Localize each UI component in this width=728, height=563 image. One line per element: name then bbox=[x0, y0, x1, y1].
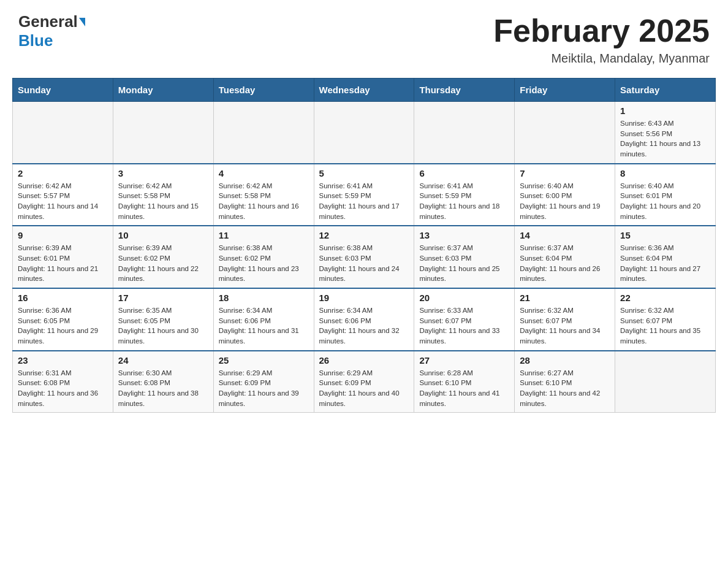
day-number: 1 bbox=[620, 105, 710, 116]
day-info: Sunrise: 6:42 AM Sunset: 5:58 PM Dayligh… bbox=[118, 181, 208, 222]
day-number: 19 bbox=[319, 293, 409, 303]
day-number: 21 bbox=[520, 293, 610, 303]
day-info: Sunrise: 6:39 AM Sunset: 6:02 PM Dayligh… bbox=[118, 243, 208, 284]
day-number: 23 bbox=[18, 355, 108, 366]
table-row: 15Sunrise: 6:36 AM Sunset: 6:04 PM Dayli… bbox=[615, 226, 716, 288]
day-info: Sunrise: 6:39 AM Sunset: 6:01 PM Dayligh… bbox=[18, 243, 108, 284]
col-tuesday: Tuesday bbox=[213, 79, 314, 102]
location: Meiktila, Mandalay, Myanmar bbox=[493, 52, 710, 66]
day-info: Sunrise: 6:30 AM Sunset: 6:08 PM Dayligh… bbox=[118, 368, 208, 409]
table-row bbox=[615, 351, 716, 413]
table-row: 12Sunrise: 6:38 AM Sunset: 6:03 PM Dayli… bbox=[314, 226, 414, 288]
calendar-week-row: 9Sunrise: 6:39 AM Sunset: 6:01 PM Daylig… bbox=[13, 226, 716, 288]
table-row: 7Sunrise: 6:40 AM Sunset: 6:00 PM Daylig… bbox=[515, 164, 615, 226]
day-number: 15 bbox=[620, 230, 710, 240]
table-row: 4Sunrise: 6:42 AM Sunset: 5:58 PM Daylig… bbox=[213, 164, 314, 226]
table-row: 28Sunrise: 6:27 AM Sunset: 6:10 PM Dayli… bbox=[515, 351, 615, 413]
day-number: 28 bbox=[520, 355, 610, 366]
day-number: 17 bbox=[118, 293, 208, 303]
day-info: Sunrise: 6:37 AM Sunset: 6:04 PM Dayligh… bbox=[520, 243, 610, 284]
day-number: 6 bbox=[419, 168, 509, 178]
table-row bbox=[515, 102, 615, 164]
table-row: 5Sunrise: 6:41 AM Sunset: 5:59 PM Daylig… bbox=[314, 164, 414, 226]
day-number: 11 bbox=[219, 230, 309, 240]
page-header: General Blue February 2025 Meiktila, Man… bbox=[0, 0, 728, 72]
table-row bbox=[314, 102, 414, 164]
day-number: 7 bbox=[520, 168, 610, 178]
table-row: 1Sunrise: 6:43 AM Sunset: 5:56 PM Daylig… bbox=[615, 102, 716, 164]
day-number: 4 bbox=[219, 168, 309, 178]
logo: General Blue bbox=[18, 12, 85, 50]
col-wednesday: Wednesday bbox=[314, 79, 414, 102]
day-info: Sunrise: 6:31 AM Sunset: 6:08 PM Dayligh… bbox=[18, 368, 108, 409]
day-number: 26 bbox=[319, 355, 409, 366]
table-row bbox=[13, 102, 113, 164]
day-info: Sunrise: 6:43 AM Sunset: 5:56 PM Dayligh… bbox=[620, 118, 710, 159]
day-number: 18 bbox=[219, 293, 309, 303]
title-section: February 2025 Meiktila, Mandalay, Myanma… bbox=[493, 12, 710, 66]
table-row: 19Sunrise: 6:34 AM Sunset: 6:06 PM Dayli… bbox=[314, 288, 414, 351]
day-info: Sunrise: 6:41 AM Sunset: 5:59 PM Dayligh… bbox=[419, 181, 509, 222]
day-info: Sunrise: 6:32 AM Sunset: 6:07 PM Dayligh… bbox=[520, 305, 610, 347]
day-info: Sunrise: 6:38 AM Sunset: 6:03 PM Dayligh… bbox=[319, 243, 409, 284]
col-sunday: Sunday bbox=[13, 79, 113, 102]
table-row bbox=[414, 102, 515, 164]
logo-triangle-icon bbox=[79, 18, 85, 26]
table-row: 16Sunrise: 6:36 AM Sunset: 6:05 PM Dayli… bbox=[13, 288, 113, 351]
table-row: 27Sunrise: 6:28 AM Sunset: 6:10 PM Dayli… bbox=[414, 351, 515, 413]
table-row: 13Sunrise: 6:37 AM Sunset: 6:03 PM Dayli… bbox=[414, 226, 515, 288]
day-number: 2 bbox=[18, 168, 108, 178]
day-info: Sunrise: 6:34 AM Sunset: 6:06 PM Dayligh… bbox=[219, 305, 309, 347]
day-number: 25 bbox=[219, 355, 309, 366]
calendar-week-row: 1Sunrise: 6:43 AM Sunset: 5:56 PM Daylig… bbox=[13, 102, 716, 164]
day-number: 8 bbox=[620, 168, 710, 178]
day-info: Sunrise: 6:40 AM Sunset: 6:00 PM Dayligh… bbox=[520, 181, 610, 222]
table-row: 2Sunrise: 6:42 AM Sunset: 5:57 PM Daylig… bbox=[13, 164, 113, 226]
day-number: 9 bbox=[18, 230, 108, 240]
table-row: 6Sunrise: 6:41 AM Sunset: 5:59 PM Daylig… bbox=[414, 164, 515, 226]
day-number: 10 bbox=[118, 230, 208, 240]
table-row: 25Sunrise: 6:29 AM Sunset: 6:09 PM Dayli… bbox=[213, 351, 314, 413]
table-row: 3Sunrise: 6:42 AM Sunset: 5:58 PM Daylig… bbox=[113, 164, 213, 226]
col-monday: Monday bbox=[113, 79, 213, 102]
logo-blue: Blue bbox=[18, 31, 53, 50]
day-info: Sunrise: 6:41 AM Sunset: 5:59 PM Dayligh… bbox=[319, 181, 409, 222]
col-saturday: Saturday bbox=[615, 79, 716, 102]
table-row: 26Sunrise: 6:29 AM Sunset: 6:09 PM Dayli… bbox=[314, 351, 414, 413]
table-row: 9Sunrise: 6:39 AM Sunset: 6:01 PM Daylig… bbox=[13, 226, 113, 288]
day-number: 12 bbox=[319, 230, 409, 240]
calendar-week-row: 2Sunrise: 6:42 AM Sunset: 5:57 PM Daylig… bbox=[13, 164, 716, 226]
day-info: Sunrise: 6:28 AM Sunset: 6:10 PM Dayligh… bbox=[419, 368, 509, 409]
table-row: 14Sunrise: 6:37 AM Sunset: 6:04 PM Dayli… bbox=[515, 226, 615, 288]
table-row: 24Sunrise: 6:30 AM Sunset: 6:08 PM Dayli… bbox=[113, 351, 213, 413]
day-info: Sunrise: 6:34 AM Sunset: 6:06 PM Dayligh… bbox=[319, 305, 409, 347]
day-number: 5 bbox=[319, 168, 409, 178]
table-row: 22Sunrise: 6:32 AM Sunset: 6:07 PM Dayli… bbox=[615, 288, 716, 351]
table-row: 23Sunrise: 6:31 AM Sunset: 6:08 PM Dayli… bbox=[13, 351, 113, 413]
day-info: Sunrise: 6:38 AM Sunset: 6:02 PM Dayligh… bbox=[219, 243, 309, 284]
calendar-week-row: 23Sunrise: 6:31 AM Sunset: 6:08 PM Dayli… bbox=[13, 351, 716, 413]
table-row: 10Sunrise: 6:39 AM Sunset: 6:02 PM Dayli… bbox=[113, 226, 213, 288]
table-row bbox=[113, 102, 213, 164]
col-thursday: Thursday bbox=[414, 79, 515, 102]
day-info: Sunrise: 6:37 AM Sunset: 6:03 PM Dayligh… bbox=[419, 243, 509, 284]
day-info: Sunrise: 6:40 AM Sunset: 6:01 PM Dayligh… bbox=[620, 181, 710, 222]
day-number: 22 bbox=[620, 293, 710, 303]
day-info: Sunrise: 6:33 AM Sunset: 6:07 PM Dayligh… bbox=[419, 305, 509, 347]
table-row: 17Sunrise: 6:35 AM Sunset: 6:05 PM Dayli… bbox=[113, 288, 213, 351]
day-number: 14 bbox=[520, 230, 610, 240]
day-info: Sunrise: 6:29 AM Sunset: 6:09 PM Dayligh… bbox=[319, 368, 409, 409]
day-number: 3 bbox=[118, 168, 208, 178]
day-number: 13 bbox=[419, 230, 509, 240]
day-number: 20 bbox=[419, 293, 509, 303]
logo-general: General bbox=[18, 12, 78, 31]
month-title: February 2025 bbox=[493, 12, 710, 49]
table-row: 11Sunrise: 6:38 AM Sunset: 6:02 PM Dayli… bbox=[213, 226, 314, 288]
day-info: Sunrise: 6:32 AM Sunset: 6:07 PM Dayligh… bbox=[620, 305, 710, 347]
calendar-header-row: Sunday Monday Tuesday Wednesday Thursday… bbox=[13, 79, 716, 102]
day-number: 27 bbox=[419, 355, 509, 366]
day-info: Sunrise: 6:27 AM Sunset: 6:10 PM Dayligh… bbox=[520, 368, 610, 409]
table-row: 8Sunrise: 6:40 AM Sunset: 6:01 PM Daylig… bbox=[615, 164, 716, 226]
day-number: 16 bbox=[18, 293, 108, 303]
calendar-table: Sunday Monday Tuesday Wednesday Thursday… bbox=[12, 78, 716, 413]
